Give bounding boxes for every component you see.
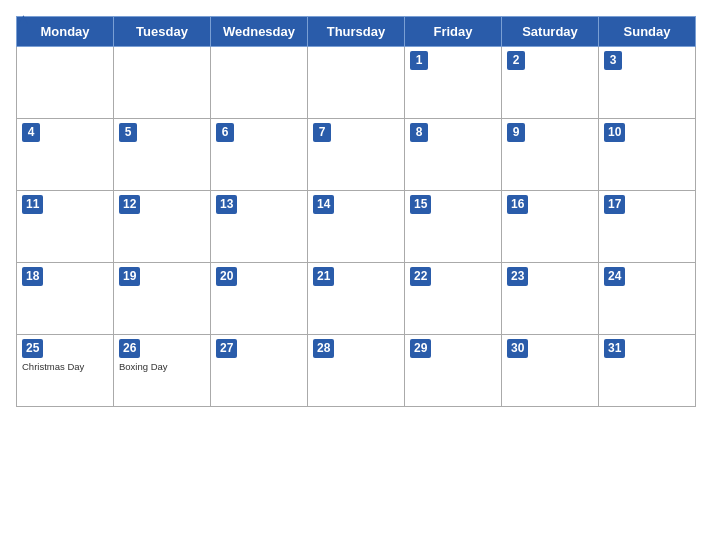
day-number: 22 xyxy=(410,267,431,286)
calendar-cell: 4 xyxy=(17,119,114,191)
calendar-cell: 6 xyxy=(211,119,308,191)
calendar-week-4: 18192021222324 xyxy=(17,263,696,335)
day-number: 9 xyxy=(507,123,525,142)
weekday-header-row: MondayTuesdayWednesdayThursdayFridaySatu… xyxy=(17,17,696,47)
calendar-cell: 24 xyxy=(599,263,696,335)
day-number: 13 xyxy=(216,195,237,214)
day-number: 10 xyxy=(604,123,625,142)
day-number: 19 xyxy=(119,267,140,286)
day-number: 28 xyxy=(313,339,334,358)
day-number: 4 xyxy=(22,123,40,142)
holiday-label: Christmas Day xyxy=(22,361,108,372)
calendar-cell: 23 xyxy=(502,263,599,335)
day-number: 31 xyxy=(604,339,625,358)
day-number: 17 xyxy=(604,195,625,214)
day-number: 2 xyxy=(507,51,525,70)
calendar-wrapper: ▲ MondayTuesdayWednesdayThursdayFridaySa… xyxy=(0,0,712,550)
day-number: 27 xyxy=(216,339,237,358)
calendar-cell: 21 xyxy=(308,263,405,335)
day-number: 14 xyxy=(313,195,334,214)
calendar-table: MondayTuesdayWednesdayThursdayFridaySatu… xyxy=(16,16,696,407)
calendar-cell: 14 xyxy=(308,191,405,263)
calendar-cell: 2 xyxy=(502,47,599,119)
weekday-header-friday: Friday xyxy=(405,17,502,47)
weekday-header-wednesday: Wednesday xyxy=(211,17,308,47)
calendar-cell: 29 xyxy=(405,335,502,407)
day-number: 12 xyxy=(119,195,140,214)
day-number: 30 xyxy=(507,339,528,358)
day-number: 16 xyxy=(507,195,528,214)
day-number: 15 xyxy=(410,195,431,214)
calendar-cell: 26Boxing Day xyxy=(114,335,211,407)
calendar-cell: 3 xyxy=(599,47,696,119)
calendar-week-2: 45678910 xyxy=(17,119,696,191)
calendar-cell: 10 xyxy=(599,119,696,191)
holiday-label: Boxing Day xyxy=(119,361,205,372)
weekday-header-thursday: Thursday xyxy=(308,17,405,47)
day-number: 11 xyxy=(22,195,43,214)
weekday-header-saturday: Saturday xyxy=(502,17,599,47)
calendar-cell: 30 xyxy=(502,335,599,407)
calendar-cell: 27 xyxy=(211,335,308,407)
weekday-header-sunday: Sunday xyxy=(599,17,696,47)
calendar-cell: 25Christmas Day xyxy=(17,335,114,407)
calendar-cell: 19 xyxy=(114,263,211,335)
day-number: 21 xyxy=(313,267,334,286)
calendar-week-3: 11121314151617 xyxy=(17,191,696,263)
calendar-cell: 31 xyxy=(599,335,696,407)
calendar-week-1: 123 xyxy=(17,47,696,119)
calendar-cell: 12 xyxy=(114,191,211,263)
weekday-header-tuesday: Tuesday xyxy=(114,17,211,47)
calendar-cell: 18 xyxy=(17,263,114,335)
calendar-cell: 1 xyxy=(405,47,502,119)
calendar-thead: MondayTuesdayWednesdayThursdayFridaySatu… xyxy=(17,17,696,47)
calendar-cell xyxy=(308,47,405,119)
logo-area: ▲ xyxy=(16,10,33,28)
calendar-cell xyxy=(211,47,308,119)
calendar-cell: 17 xyxy=(599,191,696,263)
calendar-cell: 22 xyxy=(405,263,502,335)
calendar-cell: 20 xyxy=(211,263,308,335)
day-number: 7 xyxy=(313,123,331,142)
day-number: 3 xyxy=(604,51,622,70)
calendar-cell: 11 xyxy=(17,191,114,263)
calendar-cell: 13 xyxy=(211,191,308,263)
day-number: 23 xyxy=(507,267,528,286)
day-number: 26 xyxy=(119,339,140,358)
calendar-cell: 8 xyxy=(405,119,502,191)
calendar-tbody: 1234567891011121314151617181920212223242… xyxy=(17,47,696,407)
logo-blue-text: ▲ xyxy=(16,10,33,28)
calendar-cell: 15 xyxy=(405,191,502,263)
day-number: 6 xyxy=(216,123,234,142)
day-number: 25 xyxy=(22,339,43,358)
day-number: 29 xyxy=(410,339,431,358)
day-number: 5 xyxy=(119,123,137,142)
calendar-cell: 16 xyxy=(502,191,599,263)
day-number: 8 xyxy=(410,123,428,142)
calendar-cell xyxy=(17,47,114,119)
calendar-cell: 7 xyxy=(308,119,405,191)
calendar-cell: 9 xyxy=(502,119,599,191)
day-number: 18 xyxy=(22,267,43,286)
calendar-week-5: 25Christmas Day26Boxing Day2728293031 xyxy=(17,335,696,407)
calendar-cell xyxy=(114,47,211,119)
day-number: 20 xyxy=(216,267,237,286)
logo-bird-icon: ▲ xyxy=(16,10,31,28)
calendar-cell: 28 xyxy=(308,335,405,407)
day-number: 24 xyxy=(604,267,625,286)
day-number: 1 xyxy=(410,51,428,70)
calendar-cell: 5 xyxy=(114,119,211,191)
